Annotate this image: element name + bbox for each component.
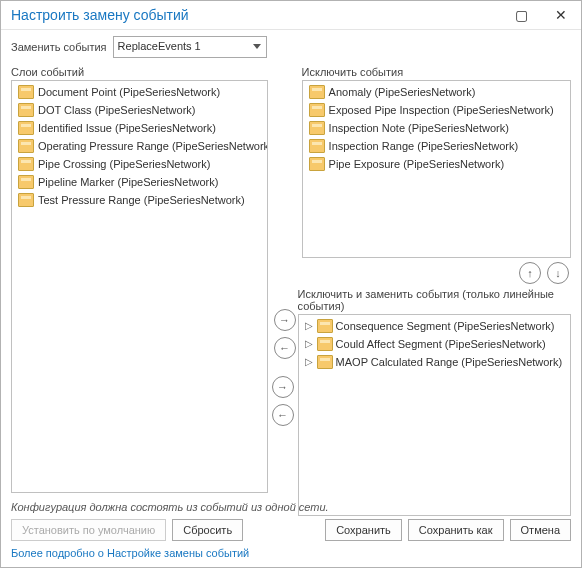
left-section-label: Слои событий [11, 66, 268, 78]
titlebar: Настроить замену событий ▢ ✕ [1, 1, 581, 30]
close-button[interactable]: ✕ [541, 1, 581, 29]
move-right-button[interactable]: → [274, 309, 296, 331]
move-right-button-2[interactable]: → [272, 376, 294, 398]
expand-caret-icon[interactable]: ▷ [305, 317, 314, 335]
dialog-title: Настроить замену событий [11, 7, 501, 23]
right-top-section-label: Исключить события [302, 66, 571, 78]
layer-icon [309, 85, 325, 99]
maximize-button[interactable]: ▢ [501, 1, 541, 29]
list-item[interactable]: DOT Class (PipeSeriesNetwork) [12, 101, 267, 119]
tree-item[interactable]: ▷Could Affect Segment (PipeSeriesNetwork… [299, 335, 570, 353]
layer-icon [309, 139, 325, 153]
list-item[interactable]: Identified Issue (PipeSeriesNetwork) [12, 119, 267, 137]
layer-icon [18, 193, 34, 207]
move-left-button-2[interactable]: ← [272, 404, 294, 426]
list-item[interactable]: Pipeline Marker (PipeSeriesNetwork) [12, 173, 267, 191]
list-item[interactable]: Inspection Range (PipeSeriesNetwork) [303, 137, 570, 155]
expand-caret-icon[interactable]: ▷ [305, 353, 314, 371]
dialog-window: Настроить замену событий ▢ ✕ Заменить со… [0, 0, 582, 568]
layer-icon [309, 103, 325, 117]
layer-icon [18, 103, 34, 117]
reset-button[interactable]: Сбросить [172, 519, 243, 541]
layer-icon [18, 121, 34, 135]
list-item[interactable]: Document Point (PipeSeriesNetwork) [12, 83, 267, 101]
layer-icon [317, 355, 333, 369]
layer-icon [18, 157, 34, 171]
list-item[interactable]: Anomaly (PipeSeriesNetwork) [303, 83, 570, 101]
config-select-value: ReplaceEvents 1 [118, 40, 201, 52]
layer-icon [317, 337, 333, 351]
list-item[interactable]: Exposed Pipe Inspection (PipeSeriesNetwo… [303, 101, 570, 119]
layer-icon [18, 85, 34, 99]
config-select[interactable]: ReplaceEvents 1 [113, 36, 267, 58]
tree-item[interactable]: ▷MAOP Calculated Range (PipeSeriesNetwor… [299, 353, 570, 371]
cancel-button[interactable]: Отмена [510, 519, 571, 541]
event-layers-list[interactable]: Document Point (PipeSeriesNetwork) DOT C… [11, 80, 268, 493]
layer-icon [317, 319, 333, 333]
bottom-bar: Установить по умолчанию Сбросить Сохрани… [1, 515, 581, 547]
right-bottom-section-label: Исключить и заменить события (только лин… [298, 288, 571, 312]
list-item[interactable]: Pipe Crossing (PipeSeriesNetwork) [12, 155, 267, 173]
expand-caret-icon[interactable]: ▷ [305, 335, 314, 353]
layer-icon [309, 157, 325, 171]
exclude-events-list[interactable]: Anomaly (PipeSeriesNetwork) Exposed Pipe… [302, 80, 571, 258]
exclude-replace-events-list[interactable]: ▷Consequence Segment (PipeSeriesNetwork)… [298, 314, 571, 516]
list-item[interactable]: Test Pressure Range (PipeSeriesNetwork) [12, 191, 267, 209]
move-up-button[interactable]: ↑ [519, 262, 541, 284]
tree-item[interactable]: ▷Consequence Segment (PipeSeriesNetwork) [299, 317, 570, 335]
help-link[interactable]: Более подробно о Настройке замены событи… [1, 547, 581, 567]
config-row: Заменить события ReplaceEvents 1 [1, 30, 581, 64]
status-text: Конфигурация должна состоять из событий … [1, 497, 581, 515]
layer-icon [309, 121, 325, 135]
layer-icon [18, 175, 34, 189]
save-button[interactable]: Сохранить [325, 519, 402, 541]
move-left-button[interactable]: ← [274, 337, 296, 359]
set-default-button[interactable]: Установить по умолчанию [11, 519, 166, 541]
move-down-button[interactable]: ↓ [547, 262, 569, 284]
layer-icon [18, 139, 34, 153]
list-item[interactable]: Pipe Exposure (PipeSeriesNetwork) [303, 155, 570, 173]
save-as-button[interactable]: Сохранить как [408, 519, 504, 541]
list-item[interactable]: Inspection Note (PipeSeriesNetwork) [303, 119, 570, 137]
list-item[interactable]: Operating Pressure Range (PipeSeriesNetw… [12, 137, 267, 155]
config-label: Заменить события [11, 41, 107, 53]
